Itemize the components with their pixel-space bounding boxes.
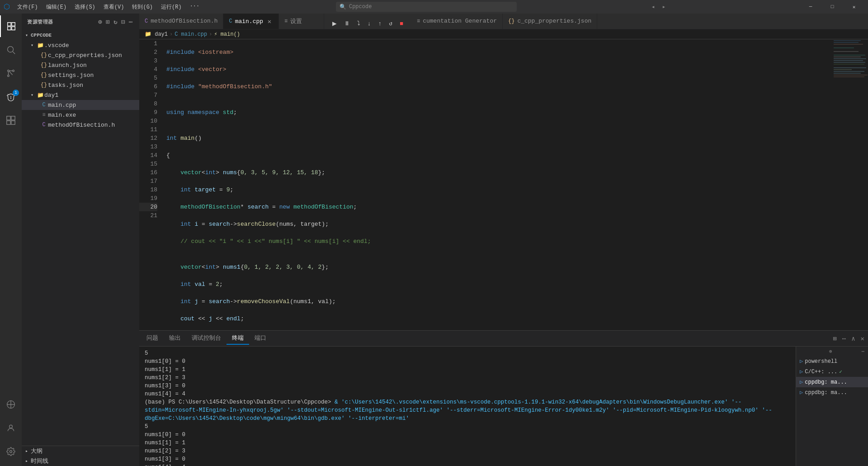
tree-day1-folder[interactable]: ▾ 📁 day1: [22, 90, 139, 100]
panel-tab-debug-console[interactable]: 调试控制台: [186, 332, 226, 345]
menu-more[interactable]: ···: [186, 2, 203, 12]
term-line: nums1[3] = 0: [145, 382, 790, 390]
panel-tabs: 问题 输出 调试控制台 终端 端口 ⊞ ⋯ ∧ ✕: [139, 331, 868, 347]
activity-settings[interactable]: [0, 441, 22, 462]
forward-icon[interactable]: ▸: [660, 3, 667, 10]
tree-tasks-json[interactable]: {} tasks.json: [22, 80, 139, 90]
svg-point-2: [8, 70, 9, 72]
debug-step-out-btn[interactable]: ↑: [376, 19, 385, 28]
panel-tab-output[interactable]: 输出: [164, 332, 186, 345]
minimize-button[interactable]: ─: [800, 0, 821, 14]
terminal-content[interactable]: 5 nums1[0] = 0 nums1[1] = 1 nums1[2] = 3…: [139, 347, 796, 466]
ps-icon: ▷: [800, 358, 803, 365]
json-icon: {}: [40, 62, 48, 68]
menu-goto[interactable]: 转到(G): [128, 2, 156, 12]
menu-view[interactable]: 查看(V): [100, 2, 128, 12]
new-file-icon[interactable]: ⊕: [97, 17, 103, 27]
debug-restart-btn[interactable]: ↺: [386, 19, 395, 28]
activity-remote[interactable]: [0, 394, 22, 415]
debug-step-into-btn[interactable]: ↓: [365, 19, 374, 28]
tree-launch-json[interactable]: {} launch.json: [22, 60, 139, 70]
panel-collapse-icon[interactable]: ∧: [849, 334, 857, 343]
tab-settings[interactable]: ≡ 设置: [279, 14, 324, 29]
sidebar-outline-section[interactable]: ▸ 大纲: [22, 446, 139, 456]
ts-header-icon[interactable]: ⊕: [829, 348, 832, 354]
activity-extensions[interactable]: [0, 109, 22, 131]
h-file-icon: C: [40, 122, 48, 128]
ts-cppdbg2[interactable]: ▷ cppdbg: ma...: [796, 387, 868, 398]
term-line: nums1[3] = 0: [145, 455, 790, 463]
panel-more-icon[interactable]: ⋯: [840, 334, 848, 343]
json-icon: {}: [40, 52, 48, 58]
breadcrumb-day1[interactable]: 📁 day1: [145, 31, 168, 38]
title-search[interactable]: 🔍 Cppcode: [336, 2, 517, 12]
breadcrumb-fn[interactable]: ⚡ main(): [214, 31, 240, 38]
ts-more-icon[interactable]: ⋯: [861, 348, 864, 354]
term-line: 5: [145, 349, 790, 357]
panel-tab-problems[interactable]: 问题: [141, 332, 164, 345]
code-editor[interactable]: 1 2 3 4 5 6 7 8 9 10 11 12 13 14 15 16 1: [139, 39, 868, 330]
tree-vscode-folder[interactable]: ▾ 📁 .vscode: [22, 40, 139, 50]
tab-cpp-props-label: c_cpp_properties.json: [517, 18, 591, 24]
breadcrumb-file[interactable]: C main.cpp: [175, 31, 207, 38]
svg-point-15: [10, 451, 12, 453]
tree-method-header[interactable]: C methodOfBisection.h: [22, 120, 139, 130]
new-folder-icon[interactable]: ⊞: [105, 17, 111, 27]
term-line: nums1[1] = 1: [145, 439, 790, 447]
tab-main-cpp[interactable]: C main.cpp ✕: [223, 14, 279, 29]
debug-stop-btn[interactable]: ■: [397, 19, 406, 28]
activity-account[interactable]: [0, 417, 22, 439]
tab-method-h[interactable]: C methodOfBisection.h: [139, 14, 223, 29]
activity-search[interactable]: [0, 39, 22, 61]
ts-powershell[interactable]: ▷ powershell: [796, 356, 868, 366]
menu-edit[interactable]: 编辑(E): [42, 2, 71, 12]
menu-file[interactable]: 文件(F): [14, 2, 42, 12]
tree-settings-json[interactable]: {} settings.json: [22, 70, 139, 80]
breadcrumb-sep1: ›: [170, 31, 173, 38]
timeline-label: 时间线: [31, 457, 48, 465]
term-line: (base) PS C:\Users\14542\Desktop\DataStr…: [145, 398, 790, 423]
cppdbg1-icon: ▷: [800, 379, 803, 385]
menu-select[interactable]: 选择(S): [71, 2, 99, 12]
tasks-json-label: tasks.json: [48, 82, 139, 89]
sidebar-title: 资源管理器: [27, 19, 53, 25]
outline-chevron-icon: ▸: [25, 448, 31, 454]
svg-rect-19: [834, 44, 863, 45]
svg-point-14: [9, 425, 13, 428]
code-content[interactable]: #include <iostream> #include <vector> #i…: [162, 39, 832, 330]
more-actions-icon[interactable]: ⋯: [128, 17, 134, 27]
ts-cpp-ext[interactable]: ▷ C/C++: ... ✓: [796, 366, 868, 377]
tree-c-cpp-properties[interactable]: {} c_cpp_properties.json: [22, 50, 139, 60]
term-line: nums1[2] = 3: [145, 447, 790, 455]
tab-doc-gen[interactable]: ≡ cumentation Generator: [411, 14, 503, 29]
sidebar-root[interactable]: ▾ CPPCODE: [22, 30, 139, 40]
tab-cpp-props[interactable]: {} c_cpp_properties.json: [503, 14, 597, 29]
ts-cppdbg1[interactable]: ▷ cppdbg: ma...: [796, 377, 868, 387]
svg-rect-30: [834, 71, 864, 72]
panel-layout-icon[interactable]: ⊞: [831, 334, 838, 343]
panel-tab-ports[interactable]: 端口: [249, 332, 272, 345]
panel-tab-terminal[interactable]: 终端: [226, 332, 249, 345]
collapse-all-icon[interactable]: ⊟: [120, 17, 126, 27]
debug-pause-btn[interactable]: ⏸: [341, 19, 353, 28]
back-icon[interactable]: ◂: [650, 3, 657, 10]
tab-main-cpp-close[interactable]: ✕: [266, 18, 273, 25]
tree-main-exe[interactable]: ≡ main.exe: [22, 110, 139, 120]
svg-point-0: [8, 47, 14, 52]
activity-debug[interactable]: 1: [0, 86, 22, 108]
refresh-icon[interactable]: ↻: [113, 17, 118, 27]
maximize-button[interactable]: □: [822, 0, 843, 14]
panel: 问题 输出 调试控制台 终端 端口 ⊞ ⋯ ∧ ✕ 5 nums1[0]: [139, 330, 868, 466]
tree-main-cpp[interactable]: C main.cpp: [22, 100, 139, 110]
menu-run[interactable]: 运行(R): [157, 2, 185, 12]
debug-continue-btn[interactable]: ▶: [330, 18, 340, 29]
cppdbg2-icon: ▷: [800, 389, 803, 396]
activity-explorer[interactable]: [0, 15, 22, 37]
vscode-folder-label: .vscode: [44, 42, 139, 49]
close-button[interactable]: ✕: [844, 0, 864, 14]
debug-step-over-btn[interactable]: ⤵: [354, 19, 363, 28]
panel-close-icon[interactable]: ✕: [859, 334, 866, 343]
activity-source-control[interactable]: [0, 62, 22, 84]
root-label: CPPCODE: [31, 33, 52, 38]
sidebar-timeline-section[interactable]: ▸ 时间线: [22, 456, 139, 466]
